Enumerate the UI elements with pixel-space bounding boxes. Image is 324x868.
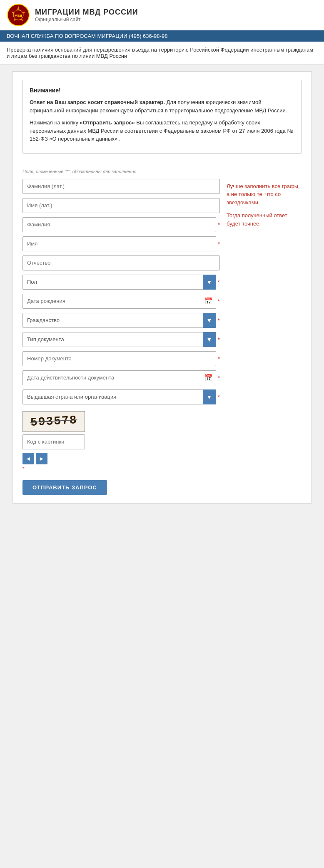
birth-date-input[interactable] (22, 294, 216, 309)
field-row-issuing-country: Выдавшая страна или организация ▼ * (22, 389, 220, 404)
middle-name-input[interactable] (22, 255, 220, 270)
header-subtitle: Официальный сайт (35, 17, 138, 22)
gender-select-wrapper: Пол Мужской Женский ▼ (22, 275, 216, 290)
svg-text:МВД: МВД (15, 14, 22, 17)
field-row-doc-type: Тип документа ▼ * (22, 332, 220, 347)
submit-label: ОТПРАВИТЬ ЗАПРОС (32, 484, 97, 491)
first-name-lat-input[interactable] (22, 198, 220, 213)
required-note: Поля, отмеченные "*"; обязательны для за… (22, 169, 302, 174)
field-row-citizenship: Гражданство ▼ * (22, 313, 220, 328)
page-title-section: Проверка наличия оснований для неразреше… (0, 42, 324, 64)
header-title-main: МИГРАЦИИ МВД РОССИИ (35, 8, 138, 17)
citizenship-select[interactable]: Гражданство (22, 313, 216, 328)
field-row-last-name: * (22, 217, 220, 232)
field-row-birth-date: 📅 * (22, 294, 220, 309)
warning-bold-1: Ответ на Ваш запрос носит справочный хар… (30, 99, 165, 105)
birth-date-wrapper: 📅 (22, 294, 216, 309)
form-card: Внимание! Ответ на Ваш запрос носит спра… (12, 71, 312, 503)
doc-type-select-wrapper: Тип документа ▼ (22, 332, 216, 347)
field-row-doc-validity: 📅 * (22, 370, 220, 385)
field-row-gender: Пол Мужской Женский ▼ * (22, 275, 220, 290)
form-fields: * * Пол Мужской Же (22, 179, 220, 495)
captcha-next-button[interactable]: ► (36, 453, 47, 464)
submit-section: ОТПРАВИТЬ ЗАПРОС (22, 480, 220, 495)
top-bar: ВОЧНАЯ СЛУЖБА ПО ВОПРОСАМ МИГРАЦИИ (495)… (0, 30, 324, 42)
doc-type-required-star: * (218, 336, 220, 343)
captcha-next-icon: ► (39, 455, 45, 462)
doc-validity-required-star: * (218, 374, 220, 381)
doc-validity-input[interactable] (22, 370, 216, 385)
issuing-country-select-wrapper: Выдавшая страна или организация ▼ (22, 389, 216, 404)
warning-bold-2: «Отправить запрос» (80, 119, 135, 126)
captcha-prev-icon: ◄ (25, 455, 31, 462)
hint-line2: Тогда полученный ответ будет точнее. (227, 211, 302, 228)
warning-text-2-pre: Нажимая на кнопку (30, 119, 80, 126)
header: МВД МИГРАЦИИ МВД РОССИИ Официальный сайт (0, 0, 324, 30)
warning-title: Внимание! (30, 86, 294, 95)
warning-text-2: Нажимая на кнопку «Отправить запрос» Вы … (30, 119, 294, 143)
hint-line1: Лучше заполнить все графы, а не только т… (227, 182, 302, 207)
issuing-country-required-star: * (218, 394, 220, 400)
warning-text-1: Ответ на Ваш запрос носит справочный хар… (30, 98, 294, 114)
citizenship-select-wrapper: Гражданство ▼ (22, 313, 216, 328)
form-layout: * * Пол Мужской Же (22, 179, 302, 495)
first-name-input[interactable] (22, 236, 216, 251)
field-row-first-name: * (22, 236, 220, 251)
page-title: Проверка наличия оснований для неразреше… (7, 47, 313, 59)
submit-button[interactable]: ОТПРАВИТЬ ЗАПРОС (22, 480, 107, 495)
field-row-doc-number: * (22, 351, 220, 366)
captcha-input[interactable] (22, 434, 85, 449)
doc-number-required-star: * (218, 355, 220, 362)
doc-number-input[interactable] (22, 351, 216, 366)
header-title-block: МИГРАЦИИ МВД РОССИИ Официальный сайт (35, 8, 138, 22)
captcha-required-star: * (22, 466, 220, 472)
last-name-required-star: * (218, 221, 220, 228)
form-hint: Лучше заполнить все графы, а не только т… (227, 179, 302, 495)
captcha-image: 593578 (22, 411, 85, 432)
logo: МВД (7, 3, 30, 27)
doc-validity-wrapper: 📅 (22, 370, 216, 385)
main-content: Внимание! Ответ на Ваш запрос носит спра… (0, 64, 324, 510)
first-name-required-star: * (218, 241, 220, 247)
field-row-last-name-lat (22, 179, 220, 194)
captcha-code-display: 593578 (30, 414, 77, 429)
hotline-text: ВОЧНАЯ СЛУЖБА ПО ВОПРОСАМ МИГРАЦИИ (495)… (7, 33, 167, 39)
field-row-first-name-lat (22, 198, 220, 213)
issuing-country-select[interactable]: Выдавшая страна или организация (22, 389, 216, 404)
last-name-input[interactable] (22, 217, 216, 232)
last-name-lat-input[interactable] (22, 179, 220, 194)
field-row-middle-name (22, 255, 220, 270)
doc-type-select[interactable]: Тип документа (22, 332, 216, 347)
captcha-prev-button[interactable]: ◄ (22, 453, 34, 464)
captcha-section: 593578 ◄ ► * (22, 411, 220, 472)
divider (22, 162, 302, 162)
gender-required-star: * (218, 279, 220, 285)
citizenship-required-star: * (218, 317, 220, 324)
birth-date-required-star: * (218, 298, 220, 305)
captcha-controls: ◄ ► (22, 453, 220, 464)
gender-select[interactable]: Пол Мужской Женский (22, 275, 216, 290)
warning-box: Внимание! Ответ на Ваш запрос носит спра… (22, 80, 302, 154)
